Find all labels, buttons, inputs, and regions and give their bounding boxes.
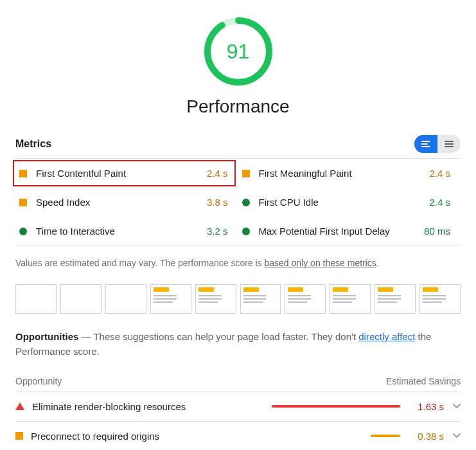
metric-row[interactable]: First CPU Idle2.4 s xyxy=(238,188,461,217)
circle-green-icon xyxy=(242,199,250,206)
metrics-heading: Metrics xyxy=(15,138,51,150)
metric-value: 2.4 s xyxy=(429,168,457,179)
savings-value: 0.38 s xyxy=(408,431,444,442)
opportunity-row[interactable]: Eliminate render-blocking resources1.63 … xyxy=(15,392,461,421)
metric-label: Speed Index xyxy=(36,197,207,208)
metric-row[interactable]: Speed Index3.8 s xyxy=(15,188,238,217)
score-gauge: 91 xyxy=(15,13,461,86)
opps-col-right: Estimated Savings xyxy=(386,376,461,386)
opps-col-left: Opportunity xyxy=(15,376,62,386)
footnote-link[interactable]: based only on these metrics xyxy=(265,258,376,268)
opps-intro-text: — These suggestions can help your page l… xyxy=(78,331,358,342)
view-compact-button[interactable] xyxy=(414,135,437,153)
metric-value: 3.2 s xyxy=(207,226,234,237)
metric-value: 2.4 s xyxy=(207,168,234,179)
metric-label: First Meaningful Paint xyxy=(259,168,430,179)
metric-value: 2.4 s xyxy=(429,197,457,208)
metric-label: Time to Interactive xyxy=(36,226,207,237)
filmstrip xyxy=(15,282,461,329)
page-title: Performance xyxy=(15,96,461,117)
filmstrip-frame[interactable] xyxy=(285,284,326,314)
circle-green-icon xyxy=(19,228,27,235)
opportunity-row[interactable]: Preconnect to required origins0.38 s xyxy=(15,421,461,451)
score-value: 91 xyxy=(204,17,273,86)
savings-value: 1.63 s xyxy=(408,401,444,412)
filmstrip-frame[interactable] xyxy=(195,284,236,314)
metric-row[interactable]: First Contentful Paint2.4 s xyxy=(15,159,238,188)
savings-bar xyxy=(272,405,400,408)
metric-value: 3.8 s xyxy=(207,197,234,208)
metric-label: First Contentful Paint xyxy=(36,168,207,179)
footnote-suffix: . xyxy=(376,258,379,268)
opportunities-list: Eliminate render-blocking resources1.63 … xyxy=(15,392,461,451)
square-orange-icon xyxy=(242,170,250,177)
opportunities-header: Opportunity Estimated Savings xyxy=(15,376,461,392)
filmstrip-frame[interactable] xyxy=(330,284,371,314)
square-orange-icon xyxy=(19,199,27,206)
view-expanded-button[interactable] xyxy=(437,135,461,153)
metrics-footnote: Values are estimated and may vary. The p… xyxy=(15,246,461,282)
opportunities-intro: Opportunities — These suggestions can he… xyxy=(15,329,461,376)
filmstrip-frame[interactable] xyxy=(60,284,101,314)
compact-icon xyxy=(421,140,430,148)
filmstrip-frame[interactable] xyxy=(15,284,57,314)
metric-row[interactable]: Time to Interactive3.2 s xyxy=(15,217,238,246)
opps-heading: Opportunities xyxy=(15,331,78,342)
opportunity-label: Preconnect to required origins xyxy=(31,431,272,442)
chevron-down-icon[interactable] xyxy=(449,404,461,409)
square-orange-icon xyxy=(15,432,23,440)
triangle-red-icon xyxy=(15,402,24,410)
metric-value: 80 ms xyxy=(424,226,457,237)
filmstrip-frame[interactable] xyxy=(375,284,416,314)
opps-intro-link[interactable]: directly affect xyxy=(358,331,415,342)
metric-label: Max Potential First Input Delay xyxy=(259,226,425,237)
view-toggle xyxy=(414,135,461,153)
metrics-grid: First Contentful Paint2.4 sFirst Meaning… xyxy=(15,159,461,246)
filmstrip-frame[interactable] xyxy=(240,284,281,314)
metric-row[interactable]: First Meaningful Paint2.4 s xyxy=(238,159,461,188)
metric-row[interactable]: Max Potential First Input Delay80 ms xyxy=(238,217,461,246)
filmstrip-frame[interactable] xyxy=(105,284,146,314)
filmstrip-frame[interactable] xyxy=(150,284,191,314)
filmstrip-frame[interactable] xyxy=(419,284,461,314)
chevron-down-icon[interactable] xyxy=(449,433,461,438)
opportunity-label: Eliminate render-blocking resources xyxy=(32,401,272,412)
savings-bar xyxy=(272,435,400,437)
expanded-icon xyxy=(445,140,454,148)
footnote-text: Values are estimated and may vary. The p… xyxy=(15,258,265,268)
square-orange-icon xyxy=(19,170,27,177)
metric-label: First CPU Idle xyxy=(259,197,430,208)
circle-green-icon xyxy=(242,228,250,235)
